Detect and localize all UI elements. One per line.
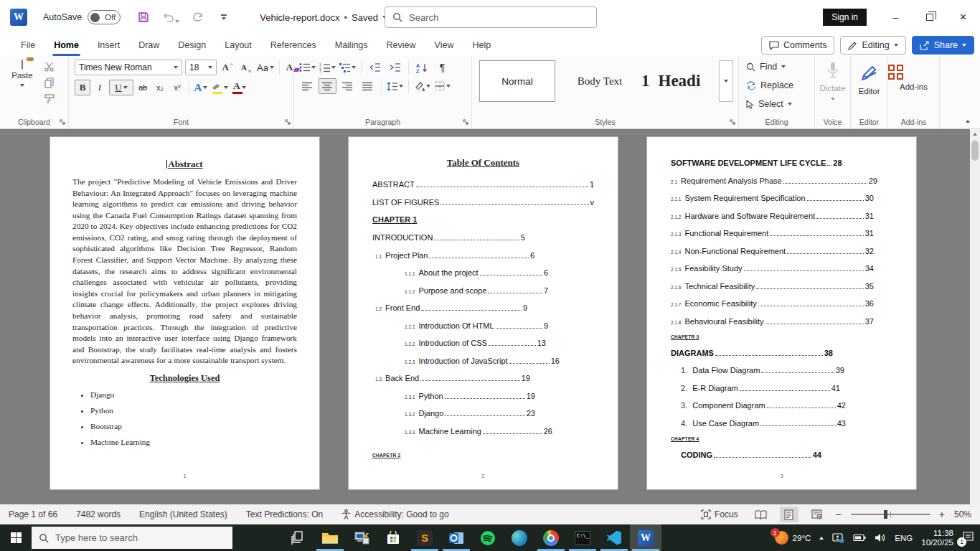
style-normal[interactable]: Normal [479, 60, 555, 102]
read-mode-button[interactable] [752, 507, 771, 522]
taskbar-search[interactable] [32, 527, 232, 549]
tab-help[interactable]: Help [463, 34, 500, 56]
tab-view[interactable]: View [425, 34, 463, 56]
autosave-control[interactable]: AutoSave Off [43, 10, 121, 24]
tab-home[interactable]: Home [44, 34, 88, 56]
decrease-indent-button[interactable] [366, 60, 384, 75]
align-left-button[interactable] [298, 78, 316, 94]
cut-icon[interactable] [44, 62, 55, 72]
shrink-font-button[interactable]: Av [238, 60, 254, 75]
replace-button[interactable]: Replace [746, 80, 793, 90]
bullets-button[interactable] [298, 60, 316, 75]
sort-button[interactable]: AZ [413, 60, 431, 75]
tab-layout[interactable]: Layout [215, 34, 261, 56]
share-button[interactable]: Share [912, 36, 974, 55]
word-count[interactable]: 7482 words [76, 509, 121, 519]
document-title[interactable]: Vehicle-report.docx • Saved [260, 12, 387, 23]
styles-dialog-launcher[interactable] [730, 119, 736, 126]
scrollbar-thumb[interactable] [971, 141, 979, 161]
weather-widget[interactable]: 1 29°C [775, 531, 811, 545]
paste-button[interactable]: Paste [6, 60, 39, 88]
font-dialog-launcher[interactable] [285, 119, 291, 126]
zoom-thumb[interactable] [884, 510, 887, 519]
addins-button[interactable]: Add-ins [888, 65, 939, 91]
file-explorer-icon[interactable] [314, 524, 346, 551]
document-canvas[interactable]: Abstract The project "Predictive Modelin… [0, 129, 980, 504]
text-predictions[interactable]: Text Predictions: On [246, 509, 323, 519]
remote-desktop-icon[interactable] [346, 524, 377, 551]
change-case-button[interactable]: Aa [257, 60, 274, 75]
action-center-button[interactable]: 1 [962, 532, 974, 545]
document-page-3[interactable]: SOFTWARE DEVELOPMENT LIFE CYCLE282.1Requ… [646, 136, 917, 490]
comments-button[interactable]: Comments [761, 36, 834, 55]
find-button[interactable]: Find [746, 62, 786, 72]
close-button[interactable]: × [946, 0, 980, 34]
vertical-scrollbar[interactable] [970, 129, 980, 504]
command-prompt-icon[interactable]: C:\_ [567, 524, 598, 551]
highlight-button[interactable] [210, 80, 229, 95]
start-button[interactable] [0, 524, 32, 551]
restore-button[interactable] [913, 0, 946, 34]
redo-button[interactable] [191, 10, 205, 24]
accessibility-status[interactable]: Accessibility: Good to go [341, 509, 448, 519]
sublime-text-icon[interactable]: S [409, 524, 440, 551]
word-app-icon[interactable]: W [10, 9, 27, 26]
select-button[interactable]: Select [746, 99, 792, 109]
superscript-button[interactable]: x² [169, 80, 185, 95]
paragraph-dialog-launcher[interactable] [463, 119, 469, 126]
microsoft-store-icon[interactable] [377, 524, 409, 551]
font-name-select[interactable]: Times New Roman [75, 60, 182, 75]
tab-draw[interactable]: Draw [129, 34, 169, 56]
undo-dropdown-icon[interactable] [175, 20, 179, 23]
tab-review[interactable]: Review [377, 34, 425, 56]
word-taskbar-icon[interactable]: W [630, 524, 661, 551]
undo-button[interactable] [162, 12, 179, 23]
collapse-ribbon-button[interactable] [966, 120, 970, 123]
italic-button[interactable]: I [92, 80, 108, 95]
save-button[interactable] [136, 10, 151, 24]
strikethrough-button[interactable]: ab [135, 80, 151, 95]
font-color-button[interactable]: A [230, 80, 249, 95]
borders-button[interactable] [433, 78, 451, 94]
vscode-icon[interactable] [598, 524, 630, 551]
editing-mode-button[interactable]: Editing [840, 36, 905, 55]
editor-button[interactable]: Editor [851, 63, 887, 95]
focus-button[interactable]: Focus [701, 509, 738, 519]
align-center-button[interactable] [319, 78, 336, 94]
document-page-1[interactable]: Abstract The project "Predictive Modelin… [50, 136, 320, 490]
search-input[interactable] [409, 12, 567, 23]
autosave-toggle[interactable]: Off [88, 10, 121, 24]
outlook-icon[interactable] [440, 524, 472, 551]
style-heading-1[interactable]: 1 Headi [641, 60, 715, 102]
tab-insert[interactable]: Insert [88, 34, 129, 56]
zoom-slider[interactable] [851, 514, 930, 515]
tab-references[interactable]: References [261, 34, 326, 56]
bold-button[interactable]: B [75, 80, 90, 95]
underline-button[interactable]: U [109, 80, 133, 95]
app-search-box[interactable] [385, 6, 597, 28]
page-indicator[interactable]: Page 1 of 66 [9, 509, 57, 519]
shading-button[interactable] [413, 78, 431, 94]
tab-design[interactable]: Design [169, 34, 215, 56]
tab-mailings[interactable]: Mailings [326, 34, 377, 56]
taskbar-search-input[interactable] [55, 532, 213, 543]
clipboard-dialog-launcher[interactable] [60, 119, 66, 126]
numbering-button[interactable]: 123 [319, 60, 336, 75]
customize-qat-button[interactable] [217, 10, 231, 24]
print-layout-button[interactable] [780, 507, 798, 522]
tray-expand-icon[interactable] [819, 537, 824, 540]
document-page-2[interactable]: Table Of Contents ABSTRACT1LIST OF FIGUR… [348, 136, 618, 490]
language-indicator-tray[interactable]: ENG [895, 534, 913, 542]
multilevel-list-button[interactable] [339, 60, 357, 75]
styles-gallery-more-button[interactable] [719, 60, 733, 102]
style-body-text[interactable]: Body Text [562, 60, 637, 102]
show-paragraph-marks-button[interactable]: ¶ [433, 60, 451, 75]
increase-indent-button[interactable] [386, 60, 404, 75]
zoom-out-button[interactable]: − [836, 509, 842, 520]
align-right-button[interactable] [339, 78, 357, 94]
chrome-icon[interactable] [535, 524, 567, 551]
tray-volume-icon[interactable] [875, 533, 886, 542]
minimize-button[interactable]: – [879, 0, 913, 34]
tab-file[interactable]: File [11, 34, 44, 56]
subscript-button[interactable]: x₂ [152, 80, 168, 95]
